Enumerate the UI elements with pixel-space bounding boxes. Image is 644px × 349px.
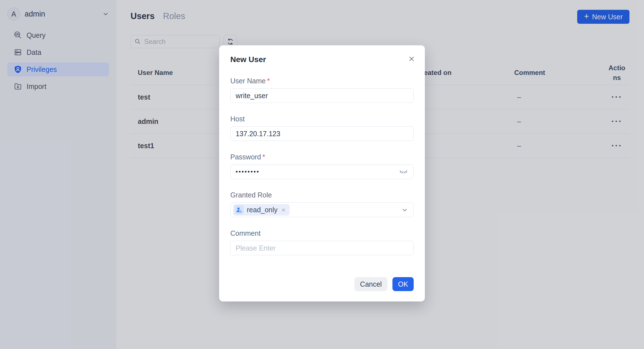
password-label: Password (230, 153, 261, 161)
field-user-name: User Name* (230, 77, 414, 103)
field-granted-role: Granted Role read_only (230, 191, 414, 217)
close-icon (408, 56, 415, 62)
comment-label: Comment (230, 229, 261, 237)
role-tag: read_only (233, 204, 290, 216)
field-password: Password* (230, 153, 414, 179)
host-input[interactable] (230, 126, 414, 141)
field-host: Host (230, 115, 414, 141)
user-name-label: User Name (230, 77, 266, 85)
password-input[interactable] (230, 164, 414, 179)
new-user-modal: New User User Name* Host Password* (219, 45, 425, 301)
granted-role-label: Granted Role (230, 191, 272, 199)
chevron-down-icon (401, 206, 408, 214)
role-tag-remove-icon[interactable] (281, 207, 286, 213)
required-asterisk: * (262, 153, 265, 161)
ok-button[interactable]: OK (392, 277, 414, 291)
modal-title: New User (230, 55, 414, 64)
modal-close-button[interactable] (406, 54, 416, 64)
host-label: Host (230, 115, 245, 123)
password-visibility-toggle[interactable] (398, 167, 409, 176)
eye-closed-icon (399, 168, 408, 175)
comment-input[interactable] (230, 241, 414, 255)
role-user-icon (235, 205, 244, 214)
user-name-input[interactable] (230, 88, 414, 103)
role-tag-label: read_only (247, 206, 278, 214)
required-asterisk: * (267, 77, 270, 85)
granted-role-select[interactable]: read_only (230, 202, 414, 217)
modal-footer: Cancel OK (230, 277, 414, 291)
field-comment: Comment (230, 229, 414, 255)
cancel-button[interactable]: Cancel (354, 277, 387, 291)
